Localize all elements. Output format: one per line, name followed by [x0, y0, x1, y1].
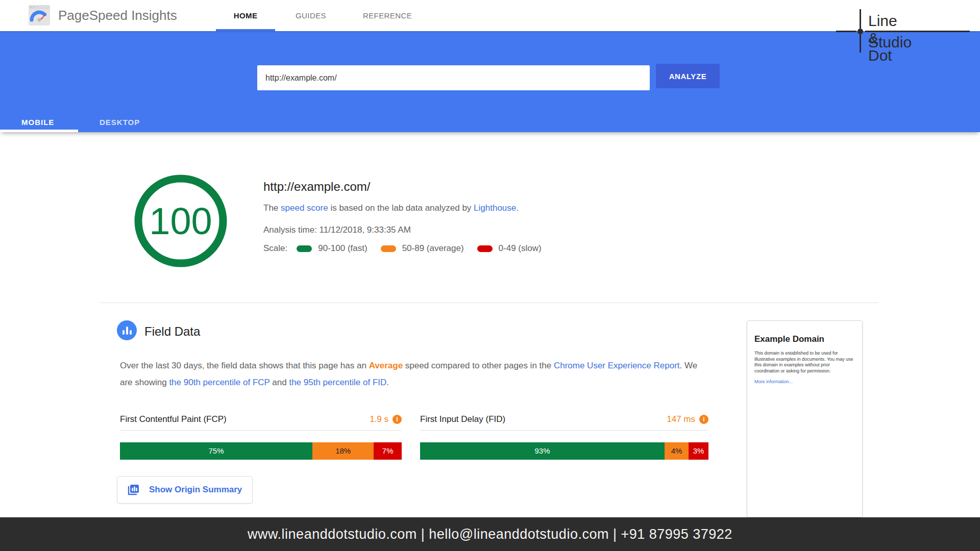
pagespeed-logo-icon [29, 5, 50, 26]
desc-text: is based on the lab data analyzed by [328, 203, 474, 213]
speed-score-gauge: 100 [134, 174, 227, 267]
example-card-title: Example Domain [754, 334, 855, 344]
average-pill-icon [381, 245, 396, 252]
more-information-link[interactable]: More information... [754, 379, 855, 384]
fcp-metric-header: First Contentful Paint (FCP) 1.9 s i [120, 414, 402, 424]
fcp-percentile-link[interactable]: the 90th percentile of FCP [169, 378, 270, 387]
field-data-chart-icon [117, 320, 137, 340]
field-data-paragraph: Over the last 30 days, the field data sh… [120, 357, 707, 391]
app-header: PageSpeed Insights HOME GUIDES REFERENCE [0, 0, 980, 31]
info-icon[interactable]: i [393, 415, 402, 424]
metric-divider [420, 430, 708, 431]
fast-pill-icon [297, 245, 312, 252]
bar-segment-18%: 18% [312, 442, 374, 460]
scale-item-label: 50-89 (average) [402, 243, 464, 254]
scale-legend: Scale: 90-100 (fast) 50-89 (average) 0-4… [263, 243, 555, 254]
nav-home[interactable]: HOME [216, 0, 275, 31]
para-text: Over the last 30 days, the field data sh… [120, 361, 369, 370]
scale-item-average: 50-89 (average) [381, 243, 464, 254]
active-nav-underline [216, 29, 275, 31]
example-domain-preview-card: Example Domain This domain is establishe… [747, 320, 863, 517]
app-title: PageSpeed Insights [58, 0, 177, 31]
url-input[interactable] [257, 65, 650, 90]
scale-item-fast: 90-100 (fast) [297, 243, 367, 254]
active-tab-underline [0, 130, 78, 132]
fcp-metric-name: First Contentful Paint (FCP) [120, 414, 227, 424]
fcp-value-text: 1.9 s [370, 414, 388, 424]
fid-metric-value: 147 ms i [667, 414, 708, 424]
slow-pill-icon [477, 245, 493, 252]
para-text: . [386, 378, 389, 387]
para-text: speed compared to other pages in the [403, 361, 554, 370]
fcp-distribution-bar: 75%18%7% [120, 442, 402, 460]
nav-guides[interactable]: GUIDES [275, 0, 347, 31]
analyzed-page-url: http://example.com/ [263, 180, 370, 194]
field-data-title: Field Data [144, 324, 200, 339]
speed-score-link[interactable]: speed score [281, 203, 328, 213]
lighthouse-link[interactable]: Lighthouse [474, 203, 516, 213]
brand-line [860, 34, 861, 53]
brand-name-line2: Studio [868, 34, 912, 51]
fid-metric-header: First Input Delay (FID) 147 ms i [420, 414, 708, 424]
metric-divider [120, 430, 402, 431]
desc-text: . [516, 203, 519, 213]
analysis-time: Analysis time: 11/12/2018, 9:33:35 AM [263, 225, 411, 235]
show-origin-summary-button[interactable]: Show Origin Summary [117, 476, 253, 504]
section-divider [100, 303, 879, 303]
search-banner: ANALYZE MOBILE DESKTOP [0, 31, 980, 132]
top-nav: HOME GUIDES REFERENCE [216, 0, 428, 31]
bar-segment-7%: 7% [374, 442, 402, 460]
fid-percentile-link[interactable]: the 95th percentile of FID [289, 378, 386, 387]
bar-segment-4%: 4% [665, 442, 689, 460]
crux-report-link[interactable]: Chrome User Experience Report [554, 361, 680, 370]
info-icon[interactable]: i [699, 415, 708, 424]
scale-item-label: 90-100 (fast) [318, 243, 367, 254]
desc-text: The [263, 203, 281, 213]
example-card-body: This domain is established to be used fo… [754, 350, 855, 374]
tab-desktop[interactable]: DESKTOP [100, 115, 140, 130]
fid-distribution-bar: 93%4%3% [420, 442, 708, 460]
bar-segment-3%: 3% [689, 442, 708, 460]
studio-footer: www.lineanddotstudio.com | hello@lineand… [0, 517, 980, 551]
fid-value-text: 147 ms [667, 414, 695, 424]
footer-contact-text: www.lineanddotstudio.com | hello@lineand… [248, 527, 732, 542]
brand-line [836, 31, 856, 32]
score-description: The speed score is based on the lab data… [263, 203, 519, 213]
bar-segment-93%: 93% [420, 442, 665, 460]
tab-mobile[interactable]: MOBILE [21, 115, 54, 130]
scale-label: Scale: [263, 243, 287, 254]
fcp-metric-value: 1.9 s i [370, 414, 402, 424]
scale-item-label: 0-49 (slow) [499, 243, 542, 254]
brand-dot [857, 29, 863, 34]
scale-item-slow: 0-49 (slow) [477, 243, 542, 254]
analyze-button[interactable]: ANALYZE [656, 64, 720, 88]
show-origin-summary-label: Show Origin Summary [149, 485, 242, 495]
brand-line [860, 9, 861, 29]
bar-segment-75%: 75% [120, 442, 312, 460]
nav-reference[interactable]: REFERENCE [347, 0, 428, 31]
score-value: 100 [134, 174, 227, 267]
para-text: and [270, 378, 289, 387]
origin-chart-icon [127, 483, 140, 496]
fid-metric-name: First Input Delay (FID) [420, 414, 505, 424]
average-badge-text: Average [369, 361, 403, 370]
